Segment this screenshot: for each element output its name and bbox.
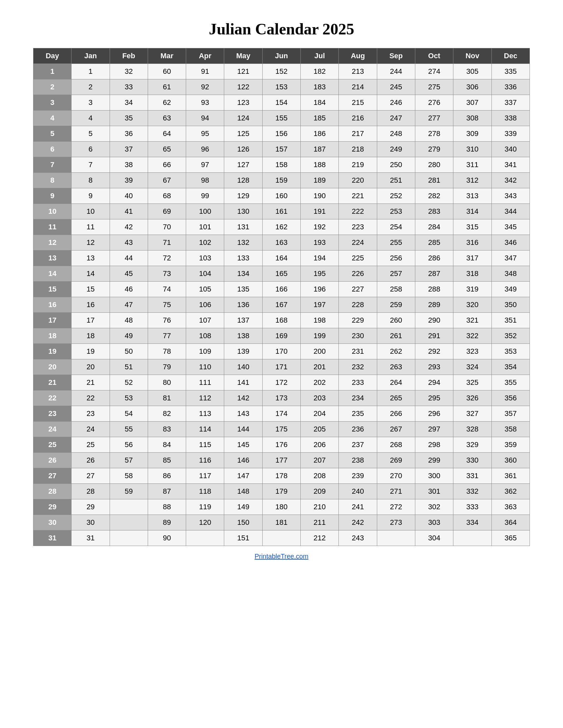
julian-day-cell: 301 — [415, 484, 453, 499]
day-cell: 6 — [33, 142, 71, 157]
julian-day-cell: 84 — [148, 437, 186, 453]
julian-day-cell: 76 — [148, 313, 186, 328]
julian-day-cell: 38 — [110, 157, 148, 173]
julian-day-cell: 199 — [301, 328, 339, 344]
julian-day-cell — [186, 530, 224, 546]
julian-day-cell: 92 — [186, 79, 224, 95]
table-row: 23235482113143174204235266296327357 — [33, 406, 530, 422]
julian-day-cell: 271 — [377, 484, 415, 499]
julian-day-cell: 206 — [301, 437, 339, 453]
julian-day-cell: 21 — [71, 375, 110, 390]
julian-day-cell: 156 — [262, 126, 301, 142]
table-row: 24245583114144175205236267297328358 — [33, 422, 530, 437]
julian-day-cell: 329 — [453, 437, 492, 453]
julian-day-cell: 331 — [453, 468, 492, 484]
julian-day-cell: 183 — [301, 79, 339, 95]
julian-day-cell: 283 — [415, 204, 453, 219]
julian-day-cell: 117 — [186, 468, 224, 484]
julian-day-cell: 180 — [262, 499, 301, 515]
julian-day-cell: 101 — [186, 219, 224, 235]
julian-day-cell — [110, 499, 148, 515]
julian-day-cell: 208 — [301, 468, 339, 484]
julian-day-cell: 229 — [339, 313, 377, 328]
column-header-apr: Apr — [186, 48, 224, 64]
julian-day-cell: 363 — [492, 499, 530, 515]
julian-day-cell: 60 — [148, 64, 186, 79]
julian-day-cell: 249 — [377, 142, 415, 157]
julian-day-cell: 71 — [148, 235, 186, 250]
julian-day-cell: 53 — [110, 390, 148, 406]
julian-day-cell: 256 — [377, 250, 415, 266]
julian-day-cell: 123 — [224, 95, 262, 111]
julian-day-cell: 343 — [492, 188, 530, 204]
julian-day-cell: 61 — [148, 79, 186, 95]
julian-day-cell: 342 — [492, 173, 530, 188]
julian-day-cell: 188 — [301, 157, 339, 173]
julian-day-cell: 66 — [148, 157, 186, 173]
julian-day-cell: 126 — [224, 142, 262, 157]
julian-day-cell: 253 — [377, 204, 415, 219]
julian-day-cell: 130 — [224, 204, 262, 219]
julian-day-cell: 316 — [453, 235, 492, 250]
julian-day-cell: 145 — [224, 437, 262, 453]
julian-day-cell: 28 — [71, 484, 110, 499]
julian-day-cell: 364 — [492, 515, 530, 530]
julian-day-cell: 15 — [71, 282, 110, 297]
julian-day-cell: 291 — [415, 328, 453, 344]
julian-day-cell: 265 — [377, 390, 415, 406]
julian-day-cell: 351 — [492, 313, 530, 328]
julian-day-cell: 63 — [148, 111, 186, 126]
julian-day-cell: 223 — [339, 219, 377, 235]
julian-day-cell: 78 — [148, 344, 186, 359]
julian-day-cell: 318 — [453, 266, 492, 282]
julian-day-cell: 37 — [110, 142, 148, 157]
julian-day-cell: 68 — [148, 188, 186, 204]
julian-day-cell: 163 — [262, 235, 301, 250]
julian-day-cell: 354 — [492, 359, 530, 375]
julian-day-cell: 88 — [148, 499, 186, 515]
julian-day-cell: 127 — [224, 157, 262, 173]
julian-day-cell: 185 — [301, 111, 339, 126]
julian-day-cell: 362 — [492, 484, 530, 499]
table-row: 11326091121152182213244274305335 — [33, 64, 530, 79]
table-row: 44356394124155185216247277308338 — [33, 111, 530, 126]
julian-day-cell: 159 — [262, 173, 301, 188]
julian-day-cell: 350 — [492, 297, 530, 313]
julian-day-cell: 26 — [71, 453, 110, 468]
day-cell: 30 — [33, 515, 71, 530]
julian-day-cell: 219 — [339, 157, 377, 173]
julian-day-cell: 268 — [377, 437, 415, 453]
julian-day-cell: 212 — [301, 530, 339, 546]
julian-day-cell: 214 — [339, 79, 377, 95]
julian-day-cell: 164 — [262, 250, 301, 266]
julian-day-cell: 116 — [186, 453, 224, 468]
julian-day-cell: 111 — [186, 375, 224, 390]
table-row: 66376596126157187218249279310340 — [33, 142, 530, 157]
julian-day-cell: 25 — [71, 437, 110, 453]
julian-day-cell: 32 — [110, 64, 148, 79]
julian-day-cell: 29 — [71, 499, 110, 515]
julian-day-cell: 238 — [339, 453, 377, 468]
julian-day-cell: 2 — [71, 79, 110, 95]
julian-day-cell: 348 — [492, 266, 530, 282]
footer-link[interactable]: PrintableTree.com — [255, 553, 309, 560]
julian-day-cell: 41 — [110, 204, 148, 219]
julian-day-cell: 236 — [339, 422, 377, 437]
julian-day-cell: 98 — [186, 173, 224, 188]
julian-day-cell: 142 — [224, 390, 262, 406]
day-cell: 7 — [33, 157, 71, 173]
julian-day-cell: 328 — [453, 422, 492, 437]
julian-day-cell: 272 — [377, 499, 415, 515]
julian-day-cell: 365 — [492, 530, 530, 546]
table-row: 10104169100130161191222253283314344 — [33, 204, 530, 219]
julian-day-cell: 86 — [148, 468, 186, 484]
julian-day-cell: 347 — [492, 250, 530, 266]
day-cell: 17 — [33, 313, 71, 328]
julian-day-cell: 8 — [71, 173, 110, 188]
julian-day-cell: 97 — [186, 157, 224, 173]
julian-day-cell: 215 — [339, 95, 377, 111]
day-cell: 28 — [33, 484, 71, 499]
julian-day-cell: 361 — [492, 468, 530, 484]
day-cell: 3 — [33, 95, 71, 111]
julian-day-cell: 257 — [377, 266, 415, 282]
